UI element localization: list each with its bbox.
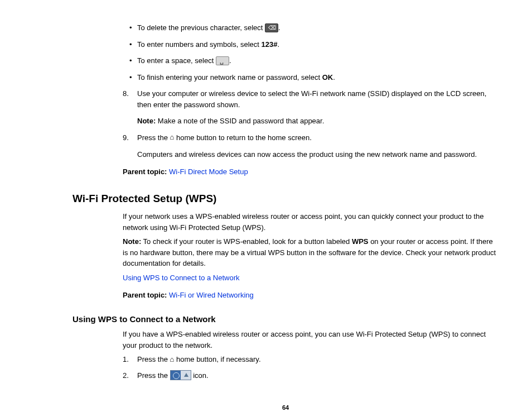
page-number: 64: [72, 403, 499, 412]
using-wps-intro: If you have a WPS-enabled wireless route…: [123, 329, 499, 351]
link-wifi-direct-mode-setup[interactable]: Wi-Fi Direct Mode Setup: [169, 167, 248, 176]
wps-intro: If your network uses a WPS-enabled wirel…: [123, 211, 499, 233]
using-wps-step-1: 1. Press the ⌂ home button, if necessary…: [123, 354, 499, 365]
parent-topic-label: Parent topic:: [123, 291, 169, 299]
text: To enter numbers and symbols, select: [137, 40, 262, 49]
step-body: Press the ⌂ home button to return to the…: [137, 132, 499, 143]
parent-topic-1: Parent topic: Wi-Fi Direct Mode Setup: [123, 166, 499, 178]
text: .: [229, 56, 231, 65]
parent-topic-2: Parent topic: Wi-Fi or Wired Networking: [123, 290, 499, 301]
text: home button, if necessary.: [174, 355, 260, 363]
text: .: [333, 73, 335, 82]
step-8: 8. Use your computer or wireless device …: [123, 88, 499, 110]
label-wps: WPS: [352, 237, 369, 246]
home-icon: ⌂: [170, 132, 175, 143]
text: To finish entering your network name or …: [137, 73, 322, 82]
space-key-icon: [216, 56, 229, 65]
note-label: Note:: [123, 237, 141, 246]
tip-finish-ok: To finish entering your network name or …: [137, 72, 499, 83]
using-wps-step-2: 2. Press the icon.: [123, 370, 499, 381]
step-8-note: Note: Make a note of the SSID and passwo…: [137, 116, 499, 127]
step-body: Press the ⌂ home button, if necessary.: [137, 354, 499, 365]
step-9: 9. Press the ⌂ home button to return to …: [123, 132, 499, 143]
heading-wps: Wi-Fi Protected Setup (WPS): [72, 191, 499, 207]
heading-using-wps: Using WPS to Connect to a Network: [72, 313, 499, 326]
continued-steps: To delete the previous character, select…: [123, 22, 499, 178]
step-number: 9.: [123, 132, 137, 143]
backspace-key-icon: [265, 23, 278, 32]
step-body: Use your computer or wireless device to …: [137, 88, 499, 110]
text: To check if your router is WPS-enabled, …: [141, 237, 352, 246]
label-ok: OK: [322, 73, 333, 82]
tip-numbers-symbols: To enter numbers and symbols, select 123…: [137, 39, 499, 50]
text: To enter a space, select: [137, 56, 216, 65]
text: .: [278, 23, 280, 32]
wps-note: Note: To check if your router is WPS-ena…: [123, 236, 499, 269]
text: Press the: [137, 133, 170, 142]
link-wifi-or-wired-networking[interactable]: Wi-Fi or Wired Networking: [169, 291, 254, 299]
tip-space: To enter a space, select .: [137, 55, 499, 66]
step-number: 8.: [123, 88, 137, 110]
text: .: [277, 40, 279, 49]
text: To delete the previous character, select: [137, 23, 265, 32]
wps-link-row: Using WPS to Connect to a Network: [123, 272, 499, 284]
label-123: 123#: [262, 40, 278, 49]
text: icon.: [191, 371, 209, 380]
text: home button to return to the home screen…: [174, 133, 311, 142]
text: Use your computer or wireless device to …: [137, 89, 486, 109]
step-9-sub: Computers and wireless devices can now a…: [137, 149, 499, 160]
parent-topic-label: Parent topic:: [123, 167, 169, 176]
link-using-wps[interactable]: Using WPS to Connect to a Network: [123, 274, 240, 282]
tip-delete-char: To delete the previous character, select…: [137, 22, 499, 33]
text: Press the: [137, 355, 170, 363]
step-number: 2.: [123, 370, 137, 381]
text: Press the: [137, 371, 170, 380]
note-label: Note:: [137, 117, 156, 125]
home-icon: ⌂: [170, 354, 175, 365]
wps-body: If your network uses a WPS-enabled wirel…: [123, 211, 499, 301]
step-number: 1.: [123, 354, 137, 365]
input-tips-list: To delete the previous character, select…: [123, 22, 499, 83]
using-wps-body: If you have a WPS-enabled wireless route…: [123, 329, 499, 381]
note-text: Make a note of the SSID and password tha…: [156, 117, 324, 125]
step-body: Press the icon.: [137, 370, 499, 381]
network-status-icon: [170, 370, 191, 380]
